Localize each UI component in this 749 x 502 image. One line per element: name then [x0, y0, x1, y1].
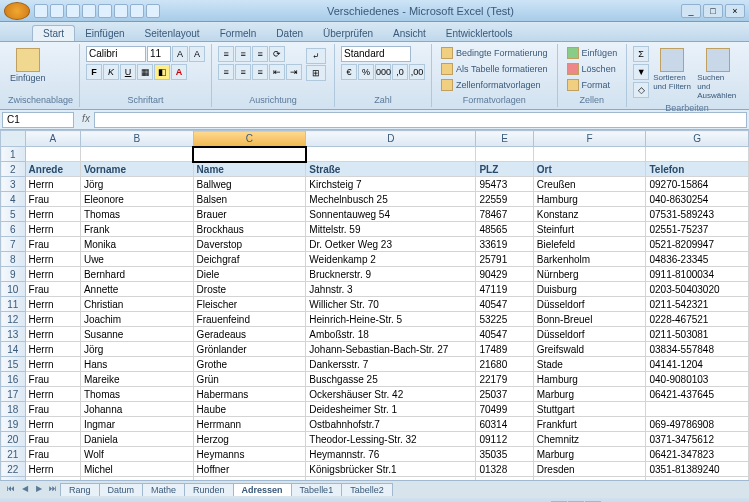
align-top-icon[interactable]: ≡ [218, 46, 234, 62]
cell[interactable]: Frau [25, 432, 80, 447]
cell[interactable]: Bernina [80, 477, 193, 481]
tab-überprüfen[interactable]: Überprüfen [313, 26, 383, 41]
cell[interactable]: Amboßstr. 18 [306, 327, 476, 342]
italic-button[interactable]: K [103, 64, 119, 80]
row-header[interactable]: 21 [1, 447, 26, 462]
grow-font-icon[interactable]: A [172, 46, 188, 62]
cell[interactable]: Theodor-Lessing-Str. 32 [306, 432, 476, 447]
cell[interactable]: Johann-Sebastian-Bach-Str. 27 [306, 342, 476, 357]
cell[interactable]: Herrn [25, 327, 80, 342]
cell[interactable]: Herrmann [193, 417, 306, 432]
align-center-icon[interactable]: ≡ [235, 64, 251, 80]
cell[interactable]: Straße [306, 162, 476, 177]
cell[interactable]: Ballweg [193, 177, 306, 192]
shrink-font-icon[interactable]: A [189, 46, 205, 62]
cell[interactable]: Diele [193, 267, 306, 282]
cell[interactable]: Annette [80, 282, 193, 297]
cell[interactable]: Monika [80, 237, 193, 252]
cell[interactable]: Buschgasse 25 [306, 372, 476, 387]
font-size-combo[interactable]: 11 [147, 46, 171, 62]
cell[interactable]: Bonn-Breuel [533, 312, 646, 327]
cell[interactable]: 0521-8209947 [646, 237, 749, 252]
tab-entwicklertools[interactable]: Entwicklertools [436, 26, 523, 41]
qat-icon[interactable] [114, 4, 128, 18]
cell[interactable]: Deichgraf [193, 252, 306, 267]
row-header[interactable]: 6 [1, 222, 26, 237]
align-right-icon[interactable]: ≡ [252, 64, 268, 80]
cell[interactable]: Geradeaus [193, 327, 306, 342]
cell[interactable]: Willicher Str. 70 [306, 297, 476, 312]
orientation-icon[interactable]: ⟳ [269, 46, 285, 62]
cell[interactable]: Habermans [193, 387, 306, 402]
cell[interactable]: 40547 [476, 297, 533, 312]
cell[interactable]: 33619 [476, 237, 533, 252]
cell[interactable]: Frau [25, 477, 80, 481]
cell[interactable]: Mechelnbusch 25 [306, 192, 476, 207]
last-sheet-icon[interactable]: ⏭ [46, 483, 60, 497]
redo-icon[interactable] [66, 4, 80, 18]
merge-button[interactable]: ⤶ ⊞ [304, 46, 328, 83]
sheet-tab-mathe[interactable]: Mathe [142, 483, 185, 496]
fx-icon[interactable]: fx [78, 112, 94, 128]
align-left-icon[interactable]: ≡ [218, 64, 234, 80]
cell[interactable]: Stuttgart [533, 402, 646, 417]
cell[interactable]: Johanna [80, 402, 193, 417]
cell[interactable]: Sonnentauweg 54 [306, 207, 476, 222]
inc-decimal-icon[interactable]: ,0 [392, 64, 408, 80]
cell[interactable]: 25037 [476, 387, 533, 402]
sheet-tab-runden[interactable]: Runden [184, 483, 234, 496]
qat-icon[interactable] [130, 4, 144, 18]
clear-icon[interactable]: ◇ [633, 82, 649, 98]
cell[interactable] [80, 147, 193, 162]
cell[interactable]: Hoffner [193, 462, 306, 477]
number-format-combo[interactable]: Standard [341, 46, 411, 62]
minimize-button[interactable]: _ [681, 4, 701, 18]
row-header[interactable]: 4 [1, 192, 26, 207]
cell-styles-button[interactable]: Zellenformatvorlagen [438, 78, 551, 92]
cell[interactable]: Bernhard [80, 267, 193, 282]
cell[interactable]: Frankfurt [533, 417, 646, 432]
cell[interactable]: Vorname [80, 162, 193, 177]
undo-icon[interactable] [50, 4, 64, 18]
cell[interactable]: Steinfurt [533, 222, 646, 237]
cell[interactable]: Creußen [533, 177, 646, 192]
cell[interactable]: Heymannstr. 76 [306, 447, 476, 462]
row-header[interactable]: 20 [1, 432, 26, 447]
first-sheet-icon[interactable]: ⏮ [4, 483, 18, 497]
row-header[interactable]: 16 [1, 372, 26, 387]
cell[interactable]: Ostbahnhofstr.7 [306, 417, 476, 432]
cell[interactable]: Frau [25, 372, 80, 387]
row-header[interactable]: 9 [1, 267, 26, 282]
cell[interactable]: Daniela [80, 432, 193, 447]
row-header[interactable]: 15 [1, 357, 26, 372]
format-table-button[interactable]: Als Tabelle formatieren [438, 62, 551, 76]
find-select-button[interactable]: Suchen und Auswählen [695, 46, 741, 102]
cell[interactable]: Jörg [80, 342, 193, 357]
cell[interactable]: 22559 [476, 192, 533, 207]
cell[interactable]: 07531-589243 [646, 207, 749, 222]
font-name-combo[interactable]: Calibri [86, 46, 146, 62]
cell[interactable]: Grün [193, 372, 306, 387]
cell[interactable]: Frau [25, 447, 80, 462]
cell[interactable]: Herrn [25, 222, 80, 237]
cell[interactable]: Herrn [25, 357, 80, 372]
cell[interactable]: 25791 [476, 252, 533, 267]
formula-input[interactable] [94, 112, 747, 128]
cell[interactable]: Christian [80, 297, 193, 312]
cell[interactable]: Anrede [25, 162, 80, 177]
cell[interactable]: Herrn [25, 417, 80, 432]
cell[interactable]: 35035 [476, 447, 533, 462]
row-header[interactable]: 1 [1, 147, 26, 162]
cell[interactable]: Deidesheimer Str. 1 [306, 402, 476, 417]
row-header[interactable]: 2 [1, 162, 26, 177]
bold-button[interactable]: F [86, 64, 102, 80]
col-header-C[interactable]: C [193, 131, 306, 147]
cell[interactable]: 030-9035412 [646, 477, 749, 481]
tab-start[interactable]: Start [32, 25, 75, 41]
cell[interactable]: Barkenholm [533, 252, 646, 267]
cell[interactable]: Telefon [646, 162, 749, 177]
worksheet[interactable]: ABCDEFG12AnredeVornameNameStraßePLZOrtTe… [0, 130, 749, 480]
row-header[interactable]: 12 [1, 312, 26, 327]
row-header[interactable]: 13 [1, 327, 26, 342]
cell[interactable]: Herrn [25, 267, 80, 282]
